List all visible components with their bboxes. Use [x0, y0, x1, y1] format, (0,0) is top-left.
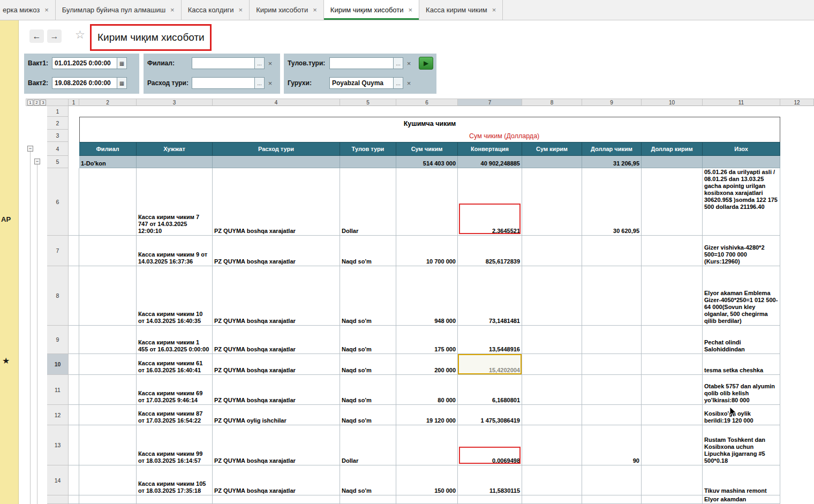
row-header[interactable]: 6: [47, 168, 69, 236]
rasxod-turi-input[interactable]: [192, 77, 255, 89]
forward-button[interactable]: →: [47, 29, 62, 43]
cell-konvertatsiya[interactable]: 0,0069498: [458, 425, 522, 465]
cell-doc[interactable]: Касса кирим чиким 87 от 17.03.2025 16:54…: [137, 405, 213, 425]
summary-filial[interactable]: 1-Do'kon: [79, 156, 137, 168]
summary-sum-chiqim[interactable]: 514 403 000: [396, 156, 458, 168]
close-icon[interactable]: ×: [44, 6, 49, 14]
collapse-group-icon[interactable]: −: [34, 159, 40, 164]
ellipsis-button[interactable]: ...: [255, 77, 265, 89]
row-header[interactable]: 1: [47, 106, 69, 117]
cell-tulov[interactable]: Naqd so'm: [340, 375, 396, 405]
favorite-star-icon[interactable]: ★: [2, 356, 10, 366]
close-icon[interactable]: ×: [409, 6, 413, 14]
cell-izoh[interactable]: Gizer vishivka-4280*2 500=10 700 000 (Ku…: [703, 236, 780, 266]
cell-tulov[interactable]: Naqd so'm: [340, 326, 396, 354]
back-button[interactable]: ←: [29, 29, 44, 43]
col-header-4[interactable]: 4: [213, 99, 340, 106]
row-header-selected[interactable]: 10: [47, 354, 69, 375]
clear-icon[interactable]: ×: [405, 57, 413, 69]
col-header-9[interactable]: 9: [582, 99, 642, 106]
cell-izoh[interactable]: Elyor akamdan: [703, 495, 780, 504]
close-icon[interactable]: ×: [492, 6, 496, 14]
cell-rasxod[interactable]: PZ QUYMA boshqa xarajatlar: [213, 465, 340, 495]
row-header[interactable]: 5: [47, 156, 69, 168]
header-konvertatsiya[interactable]: Конвертация: [458, 142, 522, 156]
tab-kassa-qoldigi[interactable]: Касса колдиги×: [182, 0, 250, 20]
summary-dollar-chiqim[interactable]: 31 206,95: [582, 156, 642, 168]
cell-doc[interactable]: Касса кирим чиким 7 747 от 14.03.2025 12…: [137, 168, 213, 236]
header-dollar-chiqim[interactable]: Доллар чиким: [582, 142, 642, 156]
tab-bulimlar-pul-almashish[interactable]: Булимлар буйича пул алмашиш×: [56, 0, 182, 20]
col-header-5[interactable]: 5: [340, 99, 396, 106]
cell-izoh[interactable]: Kosibxo'ga oylik berildi:19 120 000: [703, 405, 780, 425]
row-header[interactable]: 8: [47, 266, 69, 326]
row-header[interactable]: 7: [47, 236, 69, 266]
tulov-turi-input[interactable]: [329, 57, 394, 69]
clear-icon[interactable]: ×: [266, 57, 274, 69]
clear-icon[interactable]: ×: [405, 77, 413, 89]
header-sum-chiqim[interactable]: Сум чиким: [396, 142, 458, 156]
tab-mijoz[interactable]: ерка мижоз×: [0, 0, 56, 20]
cell-konvertatsiya[interactable]: 6,1680801: [458, 375, 522, 405]
cell-konvertatsiya[interactable]: 13,5448916: [458, 326, 522, 354]
group-level-1-button[interactable]: 1: [27, 100, 33, 106]
cell-konvertatsiya[interactable]: 825,6172839: [458, 236, 522, 266]
tab-kirim-hisoboti[interactable]: Кирим хисоботи×: [250, 0, 324, 20]
cell-rasxod[interactable]: PZ QUYMA boshqa xarajatlar: [213, 326, 340, 354]
row-header[interactable]: 3: [47, 130, 69, 142]
ellipsis-button[interactable]: ...: [394, 57, 403, 69]
ellipsis-button[interactable]: ...: [394, 77, 403, 89]
vakt1-input[interactable]: 01.01.2025 0:00:00: [52, 57, 117, 69]
cell-tulov[interactable]: Naqd so'm: [340, 354, 396, 375]
cell-rasxod[interactable]: PZ QUYMA boshqa xarajatlar: [213, 425, 340, 465]
cell-izoh[interactable]: Tikuv mashina remont: [703, 465, 780, 495]
cell-tulov[interactable]: Dollar: [340, 168, 396, 236]
row-header[interactable]: 2: [47, 117, 69, 130]
cell-izoh[interactable]: Otabek 5757 dan alyumin qolib olib kelis…: [703, 375, 780, 405]
cell-dollar-chiqim[interactable]: 90: [582, 425, 642, 465]
group-level-2-button[interactable]: 2: [34, 100, 40, 106]
ellipsis-button[interactable]: ...: [255, 57, 265, 69]
cell-konvertatsiya[interactable]: 73,1481481: [458, 266, 522, 326]
star-icon[interactable]: ☆: [75, 28, 85, 41]
row-header[interactable]: [47, 495, 69, 504]
calendar-icon[interactable]: ▦: [117, 57, 127, 69]
row-header[interactable]: 12: [47, 405, 69, 425]
col-header-3[interactable]: 3: [137, 99, 213, 106]
cell-rasxod[interactable]: PZ QUYMA boshqa xarajatlar: [213, 168, 340, 236]
cell-rasxod[interactable]: PZ QUYMA boshqa xarajatlar: [213, 354, 340, 375]
cell-izoh[interactable]: Pechat olindi Salohiddindan: [703, 326, 780, 354]
cell-konvertatsiya[interactable]: 2,3645521: [458, 168, 522, 236]
cell-tulov[interactable]: Naqd so'm: [340, 465, 396, 495]
cell-dollar-chiqim[interactable]: 30 620,95: [582, 168, 642, 236]
header-izoh[interactable]: Изох: [703, 142, 780, 156]
close-icon[interactable]: ×: [239, 6, 243, 14]
col-header-7-selected[interactable]: 7: [458, 99, 522, 106]
tab-kirim-chiqim-hisoboti-active[interactable]: Кирим чиқим хисоботи×: [324, 0, 419, 20]
cell-konvertatsiya[interactable]: 1 475,3086419: [458, 405, 522, 425]
row-header[interactable]: 14: [47, 465, 69, 495]
header-hujjat[interactable]: Хужжат: [137, 142, 213, 156]
cell-rasxod[interactable]: PZ QUYMA boshqa xarajatlar: [213, 236, 340, 266]
cell-konvertatsiya[interactable]: 11,5830115: [458, 465, 522, 495]
header-filial[interactable]: Филиал: [79, 142, 137, 156]
cell-doc[interactable]: Касса кирим чиким 61 от 16.03.2025 16:40…: [137, 354, 213, 375]
cell-izoh[interactable]: 05.01.26 da urilyapti asli / 08.01.25 da…: [703, 168, 780, 236]
group-level-3-button[interactable]: 3: [40, 100, 46, 106]
clear-icon[interactable]: ×: [266, 77, 274, 89]
header-rasxod-turi[interactable]: Расход тури: [213, 142, 340, 156]
cell-rasxod[interactable]: PZ QUYMA oylig ishchilar: [213, 405, 340, 425]
cell-tulov[interactable]: Naqd so'm: [340, 405, 396, 425]
close-icon[interactable]: ×: [313, 6, 317, 14]
header-tulov-turi[interactable]: Тулов тури: [340, 142, 396, 156]
close-icon[interactable]: ×: [170, 6, 175, 14]
cell-doc[interactable]: Касса кирим чиким 105 от 18.03.2025 17:3…: [137, 465, 213, 495]
col-header-11[interactable]: 11: [703, 99, 780, 106]
vakt2-input[interactable]: 19.08.2026 0:00:00: [52, 77, 117, 89]
summary-konvertatsiya[interactable]: 40 902,248885: [458, 156, 522, 168]
cell-doc[interactable]: Касса кирим чиким 1 455 от 16.03.2025 0:…: [137, 326, 213, 354]
cell-tulov[interactable]: Naqd so'm: [340, 266, 396, 326]
filial-input[interactable]: [192, 57, 255, 69]
col-header-8[interactable]: 8: [522, 99, 582, 106]
cell-konvertatsiya-selected[interactable]: 15,4202004: [458, 354, 522, 375]
